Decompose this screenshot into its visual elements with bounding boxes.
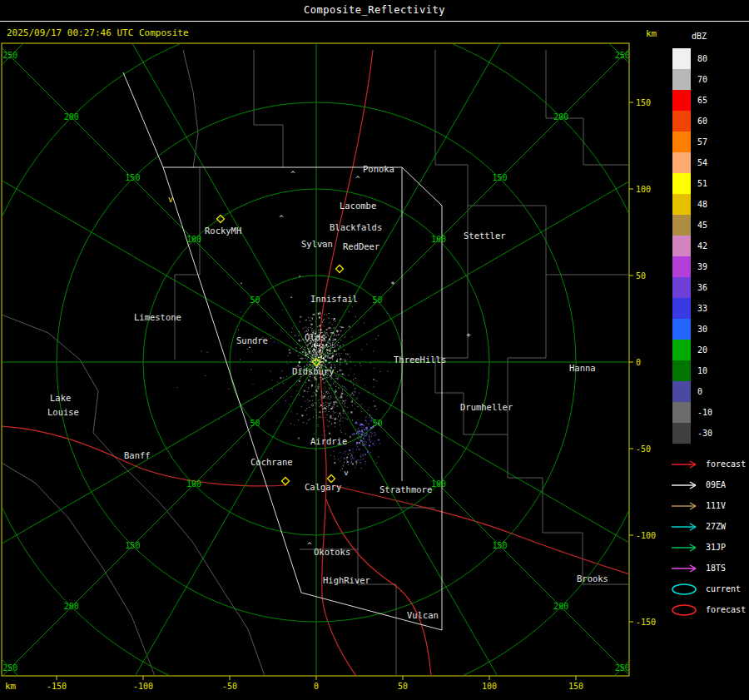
radar-echo-pixel (360, 365, 361, 366)
radar-echo-pixel (366, 433, 367, 434)
radar-echo-pixel (350, 463, 351, 464)
colorbar-value: 45 (697, 221, 724, 230)
radar-echo-pixel (331, 379, 332, 380)
radar-echo-pixel (363, 455, 364, 456)
axis-label-bottom: -100 (133, 682, 153, 691)
radar-echo-pixel (341, 393, 342, 394)
radar-echo-pixel (335, 394, 335, 395)
radar-echo-pixel (333, 345, 334, 345)
radar-echo-pixel (374, 386, 374, 387)
radar-echo-pixel (364, 429, 365, 430)
radar-echo-pixel (340, 330, 340, 331)
radar-echo-pixel (350, 361, 351, 362)
radar-echo-pixel (347, 419, 348, 420)
radar-echo-pixel (280, 377, 281, 379)
radar-echo-pixel (346, 363, 348, 365)
colorbar-entry: -30 (672, 423, 724, 444)
radar-echo-pixel (374, 405, 376, 407)
radar-echo-pixel (319, 378, 320, 379)
radar-echo-pixel (362, 444, 363, 444)
radar-echo-pixel (355, 458, 355, 459)
radar-echo-pixel (315, 350, 316, 350)
range-label: 250 (615, 663, 630, 673)
radar-echo-pixel (332, 345, 333, 345)
radar-echo-pixel (345, 434, 346, 434)
radar-echo-pixel (308, 327, 309, 328)
radar-echo-pixel (325, 383, 325, 384)
radar-echo-pixel (361, 424, 363, 425)
radar-echo-pixel (272, 389, 273, 390)
radar-echo-pixel (360, 440, 362, 442)
colorbar-swatch (672, 256, 691, 277)
radar-echo-pixel (296, 385, 297, 385)
radar-echo-pixel (312, 400, 313, 401)
city-label: HighRiver (323, 575, 370, 585)
radar-echo-pixel (369, 436, 370, 437)
range-label: 50 (250, 419, 260, 428)
radar-echo-pixel (360, 463, 361, 464)
colorbar-entry: 20 (672, 340, 724, 360)
radar-echo-pixel (335, 390, 335, 391)
radar-echo-pixel (326, 332, 327, 333)
radar-echo-pixel (334, 407, 335, 408)
colorbar-value: 30 (697, 325, 724, 334)
radar-echo-pixel (345, 375, 345, 375)
radar-echo-pixel (343, 465, 344, 466)
radar-echo-pixel (360, 462, 360, 463)
radar-echo-pixel (297, 380, 298, 381)
radar-echo-pixel (370, 415, 370, 416)
radar-echo-pixel (329, 409, 330, 410)
radar-echo-pixel (315, 360, 316, 360)
municipal-boundary (435, 358, 630, 584)
radar-echo-pixel (334, 350, 335, 352)
radar-echo-pixel (320, 350, 321, 352)
radar-echo-pixel (333, 404, 335, 405)
radar-echo-pixel (356, 449, 357, 450)
radar-echo-pixel (342, 385, 343, 386)
radar-echo-pixel (320, 396, 321, 397)
radar-echo-pixel (345, 359, 345, 360)
radar-echo-pixel (306, 408, 307, 409)
radar-echo-pixel (335, 386, 336, 387)
track-label: 18TS (706, 563, 726, 573)
colorbar-value: 60 (697, 117, 724, 126)
radar-echo-pixel (340, 420, 340, 421)
colorbar-entry: 42 (672, 236, 724, 256)
radar-echo-pixel (338, 348, 339, 349)
radar-echo-pixel (314, 377, 315, 379)
municipal-boundary (2, 463, 155, 676)
radar-echo-pixel (322, 395, 323, 396)
radar-echo-pixel (362, 349, 363, 350)
radar-echo-pixel (344, 413, 345, 414)
radar-echo-pixel (330, 399, 331, 400)
radar-echo-pixel (379, 371, 380, 372)
radar-echo-pixel (315, 402, 315, 403)
range-label: 150 (493, 173, 508, 182)
radar-echo-pixel (330, 385, 330, 386)
map-layers: 5010015020025050100150200250501001502002… (0, 0, 666, 700)
radar-echo-pixel (349, 326, 350, 328)
radar-echo-pixel (318, 314, 319, 315)
radar-echo-pixel (369, 437, 370, 438)
radar-echo-pixel (324, 356, 325, 357)
colorbar-value: 20 (697, 345, 724, 355)
radar-echo-pixel (332, 353, 333, 354)
radar-echo-pixel (367, 392, 368, 393)
radar-echo-pixel (333, 340, 334, 341)
radar-echo-pixel (318, 330, 319, 330)
radar-echo-pixel (375, 339, 376, 340)
radar-echo-pixel (319, 345, 320, 346)
radar-echo-pixel (344, 350, 345, 350)
radar-echo-pixel (308, 380, 310, 381)
radar-echo-pixel (376, 463, 377, 464)
radar-echo-pixel (205, 375, 206, 376)
radar-echo-pixel (351, 336, 352, 337)
radar-echo-pixel (349, 449, 350, 451)
radar-echo-pixel (335, 459, 335, 459)
radar-echo-pixel (314, 355, 315, 355)
radar-echo-pixel (322, 325, 323, 325)
radar-echo-pixel (289, 404, 290, 405)
radar-echo-pixel (176, 387, 177, 388)
city-label: Sundre (236, 335, 268, 345)
radar-echo-pixel (334, 364, 335, 365)
